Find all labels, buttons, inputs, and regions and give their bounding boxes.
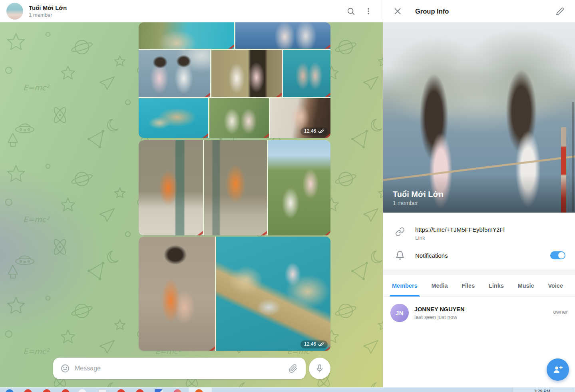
photo-album-message: 12:46 (139, 237, 330, 351)
search-icon[interactable] (342, 2, 360, 20)
toggle-knob (558, 252, 565, 259)
tab-links[interactable]: Links (485, 275, 507, 296)
info-panel-title: Group Info (415, 8, 551, 15)
photo-album-message: 12:46 (139, 22, 330, 138)
chat-header-text[interactable]: Tuổi Mới Lớn 1 member (29, 4, 342, 18)
bell-icon (395, 251, 405, 260)
chat-photo[interactable] (204, 140, 267, 235)
invite-link-label: Link (415, 234, 565, 242)
invite-link-url: https://t.me/+TJM5FFEybf5mYzFl (415, 225, 565, 234)
invite-link-row[interactable]: https://t.me/+TJM5FFEybf5mYzFl Link (383, 222, 575, 245)
member-text: JONNEY NGUYEN last seen just now (414, 305, 553, 321)
show-desktop-button[interactable] (573, 388, 575, 392)
taskbar-app-icon[interactable] (155, 389, 163, 392)
taskbar-app-icon[interactable] (62, 389, 70, 392)
chat-panel: Tuổi Mới Lớn 1 member (0, 0, 383, 387)
message-input-bar (53, 358, 306, 379)
chat-photo[interactable] (268, 140, 330, 235)
edit-pencil-icon[interactable] (551, 2, 569, 20)
chat-photo[interactable] (139, 140, 203, 235)
system-tray: 3:29 PM (513, 388, 575, 392)
chat-photo[interactable] (139, 237, 215, 351)
chat-member-count: 1 member (29, 12, 342, 18)
tab-files[interactable]: Files (458, 275, 478, 296)
close-icon[interactable] (389, 2, 406, 20)
chat-photo[interactable] (139, 50, 210, 97)
taskbar-app-icon[interactable] (136, 389, 144, 392)
double-check-icon (318, 342, 324, 346)
info-rows: https://t.me/+TJM5FFEybf5mYzFl Link Noti… (383, 213, 575, 266)
member-avatar: JN (390, 304, 409, 322)
message-input[interactable] (72, 360, 286, 376)
chat-photo[interactable] (211, 50, 282, 97)
windows-taskbar: 3:29 PM (0, 387, 575, 392)
tab-music[interactable]: Music (515, 275, 537, 296)
member-role-badge: owner (553, 309, 568, 315)
taskbar-app-icon[interactable] (117, 389, 125, 392)
double-check-icon (318, 129, 324, 133)
person-plus-icon (553, 365, 563, 374)
info-tabs: Members Media Files Links Music Voice (383, 275, 575, 297)
tab-members[interactable]: Members (389, 275, 421, 296)
member-name: JONNEY NGUYEN (414, 305, 553, 313)
group-info-panel: Group Info Tuổi Mới Lớn 1 member (383, 0, 575, 387)
taskbar-app-icon[interactable] (43, 389, 51, 392)
notifications-row[interactable]: Notifications (383, 245, 575, 266)
taskbar-app-icon[interactable] (78, 389, 86, 392)
chat-body: E=mc² (0, 22, 383, 387)
voice-record-button[interactable] (309, 358, 330, 379)
chat-photo[interactable] (209, 98, 269, 138)
group-member-count: 1 member (393, 199, 575, 207)
notifications-label: Notifications (415, 251, 545, 260)
chat-avatar[interactable] (6, 3, 23, 20)
scrollbar-thumb[interactable] (572, 102, 574, 212)
chat-photo[interactable] (139, 22, 234, 49)
chat-photo[interactable] (139, 98, 208, 138)
notifications-text: Notifications (415, 251, 545, 260)
taskbar-clock[interactable]: 3:29 PM (534, 389, 550, 392)
section-divider (383, 270, 575, 275)
taskbar-app-icon[interactable] (173, 389, 181, 392)
message-timestamp: 12:46 (300, 127, 328, 135)
group-name: Tuổi Mới Lớn (393, 189, 575, 199)
taskbar-app-icon[interactable] (6, 389, 14, 392)
message-timestamp: 12:46 (300, 340, 328, 348)
link-icon (395, 227, 405, 237)
kebab-menu-icon[interactable] (360, 2, 377, 20)
group-photo-overlay: Tuổi Mới Lớn 1 member (383, 174, 575, 213)
chat-header: Tuổi Mới Lớn 1 member (0, 0, 383, 22)
member-status: last seen just now (414, 313, 553, 321)
photo-album-message (139, 140, 330, 235)
chat-photo[interactable] (216, 237, 330, 351)
chat-photo[interactable] (235, 22, 330, 49)
group-photo[interactable]: Tuổi Mới Lớn 1 member (383, 22, 575, 213)
attach-paperclip-icon[interactable] (286, 361, 300, 376)
add-member-button[interactable] (547, 358, 569, 381)
tab-voice[interactable]: Voice (545, 275, 566, 296)
telegram-app: Tuổi Mới Lớn 1 member (0, 0, 575, 392)
chat-photo[interactable] (283, 50, 330, 97)
notifications-toggle[interactable] (550, 251, 565, 259)
chat-title: Tuổi Mới Lớn (29, 4, 342, 12)
taskbar-app-icon[interactable] (98, 389, 106, 392)
emoji-icon[interactable] (58, 361, 72, 376)
taskbar-app-icon[interactable] (24, 389, 32, 392)
info-header: Group Info (383, 0, 575, 22)
tab-media[interactable]: Media (428, 275, 451, 296)
member-row[interactable]: JN JONNEY NGUYEN last seen just now owne… (383, 300, 575, 326)
microphone-icon (315, 364, 324, 373)
invite-link-text: https://t.me/+TJM5FFEybf5mYzFl Link (415, 225, 565, 242)
